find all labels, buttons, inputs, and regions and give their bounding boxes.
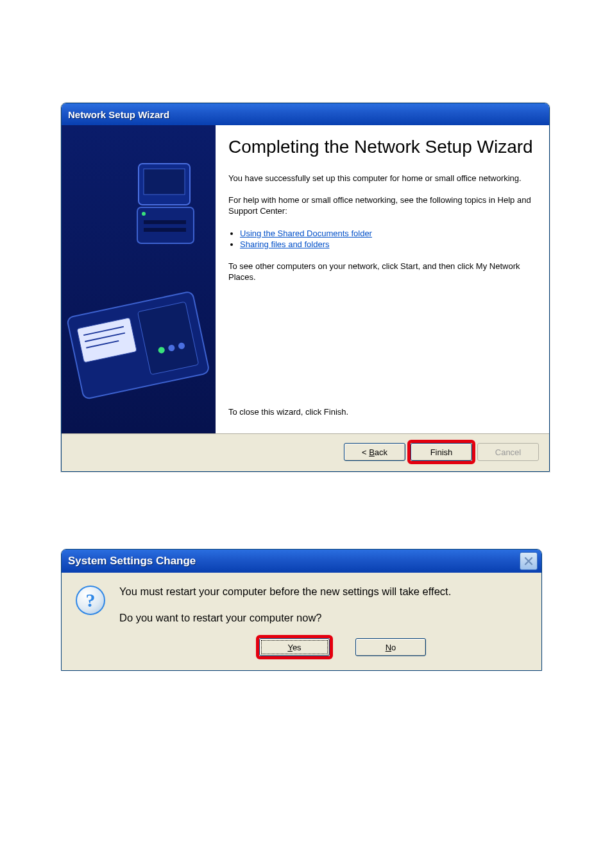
wizard-side-graphic — [62, 125, 216, 433]
svg-rect-1 — [144, 169, 185, 195]
wizard-heading: Completing the Network Setup Wizard — [228, 137, 536, 157]
svg-point-5 — [142, 212, 146, 216]
wizard-content: Completing the Network Setup Wizard You … — [216, 125, 549, 433]
system-settings-change-dialog: System Settings Change ? You must restar… — [61, 549, 542, 671]
dialog-title: System Settings Change — [68, 555, 196, 568]
dialog-line-1: You must restart your computer before th… — [119, 586, 527, 598]
network-setup-wizard-window: Network Setup Wizard — [61, 103, 550, 472]
link-shared-documents[interactable]: Using the Shared Documents folder — [240, 229, 372, 238]
yes-button[interactable]: Yes — [259, 638, 330, 656]
question-icon: ? — [76, 586, 105, 615]
finish-button[interactable]: Finish — [411, 443, 472, 461]
no-button[interactable]: No — [355, 638, 426, 656]
wizard-paragraph-3: To see other computers on your network, … — [228, 261, 536, 283]
wizard-titlebar: Network Setup Wizard — [62, 103, 549, 125]
wizard-paragraph-2: For help with home or small office netwo… — [228, 195, 536, 217]
dialog-titlebar: System Settings Change — [62, 550, 541, 573]
cancel-button: Cancel — [477, 443, 539, 461]
wizard-paragraph-1: You have successfully set up this comput… — [228, 173, 536, 184]
svg-rect-4 — [144, 228, 186, 232]
highlight-yes: Yes — [256, 635, 333, 659]
highlight-finish: Finish — [407, 440, 475, 464]
wizard-help-links: Using the Shared Documents folder Sharin… — [240, 227, 536, 250]
dialog-line-2: Do you want to restart your computer now… — [119, 612, 527, 624]
back-button[interactable]: < Back — [344, 443, 405, 461]
link-sharing-files[interactable]: Sharing files and folders — [240, 239, 329, 249]
close-icon[interactable] — [520, 552, 538, 570]
svg-rect-2 — [137, 207, 194, 243]
wizard-button-bar: < Back Finish Cancel — [62, 433, 549, 471]
wizard-paragraph-4: To close this wizard, click Finish. — [228, 406, 536, 418]
svg-rect-3 — [144, 220, 186, 224]
wizard-title: Network Setup Wizard — [68, 109, 169, 120]
dialog-button-row: Yes No — [119, 638, 527, 656]
